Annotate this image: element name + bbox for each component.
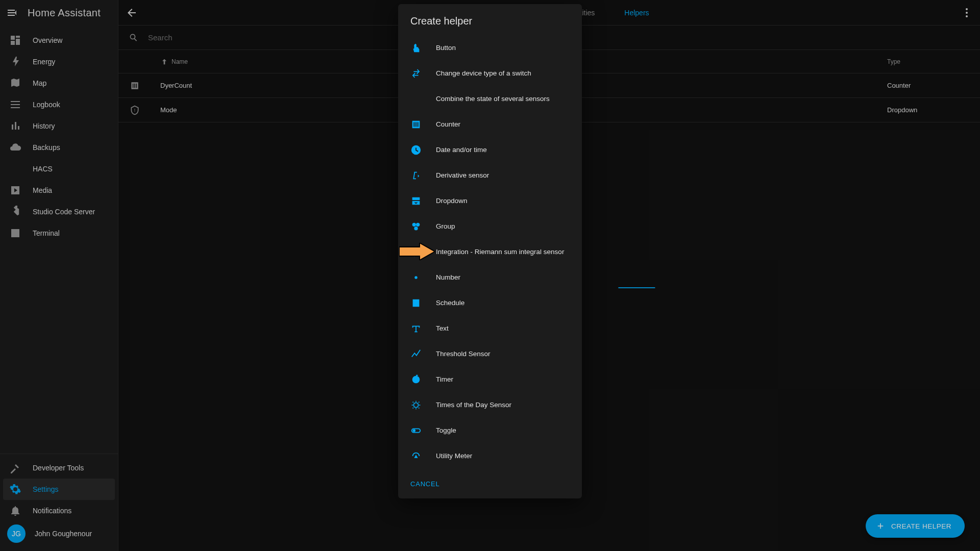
dropdown-icon: [410, 195, 422, 207]
helper-option-label: Counter: [436, 120, 460, 128]
svg-point-1: [412, 222, 416, 226]
svg-point-6: [413, 429, 416, 432]
helper-option-datetime[interactable]: Date and/or time: [398, 137, 582, 163]
svg-point-4: [413, 403, 418, 407]
helper-option-derivative[interactable]: Derivative sensor: [398, 163, 582, 188]
helper-option-label: Dropdown: [436, 197, 468, 205]
helper-option-timer[interactable]: Timer: [398, 367, 582, 392]
helper-option-label: Group: [436, 222, 455, 230]
chart-line-icon: [410, 348, 422, 360]
helper-option-label: Integration - Riemann sum integral senso…: [436, 248, 564, 256]
svg-point-3: [414, 227, 418, 230]
helper-option-schedule[interactable]: Schedule: [398, 290, 582, 316]
helper-option-utility-meter[interactable]: Utility Meter: [398, 443, 582, 469]
helper-option-toggle[interactable]: Toggle: [398, 418, 582, 443]
helper-option-label: Times of the Day Sensor: [436, 401, 511, 409]
clock-icon: [410, 144, 422, 156]
group-icon: [410, 221, 422, 232]
text-icon: [410, 323, 422, 334]
counter-icon: [410, 119, 422, 130]
dialog-scrim[interactable]: Create helper Button Change device type …: [0, 0, 980, 551]
helper-option-label: Text: [436, 324, 449, 332]
helper-option-label: Date and/or time: [436, 146, 487, 154]
slider-icon: [410, 272, 422, 283]
helper-option-label: Toggle: [436, 427, 456, 434]
helper-option-threshold[interactable]: Threshold Sensor: [398, 341, 582, 367]
helper-option-label: Threshold Sensor: [436, 350, 491, 358]
helper-option-change-switch[interactable]: Change device type of a switch: [398, 61, 582, 86]
helper-option-label: Utility Meter: [436, 452, 472, 460]
cancel-button[interactable]: CANCEL: [410, 480, 440, 488]
gesture-tap-icon: [410, 42, 422, 54]
plus-minus-icon: [410, 93, 422, 105]
helper-list: Button Change device type of a switch Co…: [398, 32, 582, 472]
sun-clock-icon: [410, 399, 422, 411]
helper-option-times-of-day[interactable]: Times of the Day Sensor: [398, 392, 582, 418]
create-helper-dialog: Create helper Button Change device type …: [398, 4, 582, 498]
helper-option-text[interactable]: Text: [398, 316, 582, 341]
helper-option-label: Combine the state of several sensors: [436, 95, 550, 103]
function-icon: [410, 170, 422, 181]
helper-option-label: Timer: [436, 375, 453, 383]
dialog-actions: CANCEL: [398, 472, 582, 498]
helper-option-dropdown[interactable]: Dropdown: [398, 188, 582, 214]
helper-option-label: Number: [436, 273, 460, 281]
helper-option-label: Change device type of a switch: [436, 69, 531, 77]
helper-option-group[interactable]: Group: [398, 214, 582, 239]
gauge-icon: [410, 450, 422, 462]
helper-option-label: Button: [436, 44, 456, 52]
svg-point-2: [416, 222, 420, 226]
helper-option-label: Schedule: [436, 299, 464, 307]
timer-icon: [410, 374, 422, 385]
swap-icon: [410, 68, 422, 79]
helper-option-integration[interactable]: Integration - Riemann sum integral senso…: [398, 239, 582, 265]
toggle-icon: [410, 425, 422, 436]
calendar-clock-icon: [410, 297, 422, 309]
integral-icon: [410, 246, 422, 258]
helper-option-button[interactable]: Button: [398, 35, 582, 61]
helper-option-counter[interactable]: Counter: [398, 112, 582, 137]
helper-option-label: Derivative sensor: [436, 171, 489, 179]
helper-option-number[interactable]: Number: [398, 265, 582, 290]
helper-option-combine[interactable]: Combine the state of several sensors: [398, 86, 582, 112]
dialog-title: Create helper: [398, 4, 582, 32]
